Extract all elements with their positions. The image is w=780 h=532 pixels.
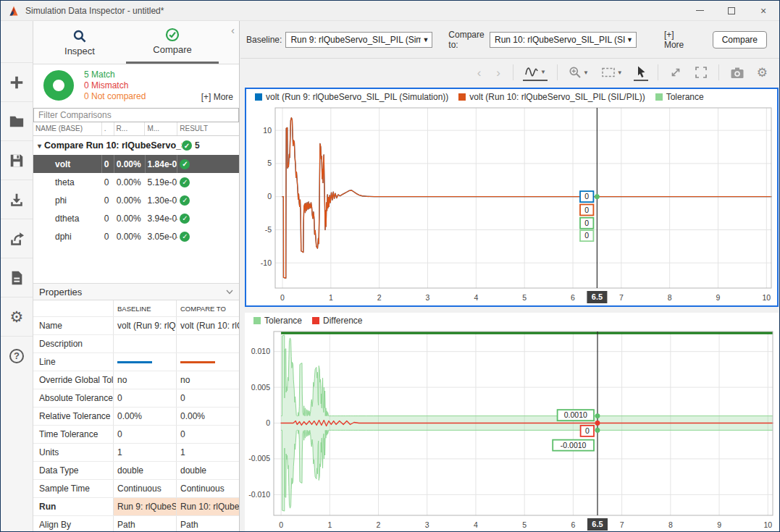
legend-item[interactable]: volt (Run 9: rlQubeServo_SIL_PIL (Simula… [255, 92, 448, 102]
signal-row-dphi[interactable]: dphi 0 0.00% 3.05e-04 ✓ [33, 227, 239, 245]
svg-text:7: 7 [620, 520, 624, 529]
import-button[interactable] [1, 180, 33, 219]
pointer-tool-button[interactable] [634, 64, 648, 81]
col-abs-header[interactable]: . [102, 122, 114, 135]
window-title: Simulation Data Inspector - untitled* [25, 6, 684, 16]
group-name: Compare Run 10: rlQubeServo_SIL_PIL [44, 140, 182, 151]
plot-settings-button[interactable]: ⚙ [755, 65, 769, 80]
result-pass-icon: ✓ [180, 195, 190, 206]
svg-text:0: 0 [266, 418, 270, 427]
export-button[interactable] [1, 219, 33, 258]
expand-layout-button[interactable] [668, 64, 684, 80]
legend-item[interactable]: Tolerance [655, 92, 704, 102]
expander-icon[interactable]: ▾ [38, 142, 41, 150]
compare-check-icon [165, 28, 180, 42]
settings-gear-icon: ⚙ [757, 67, 768, 79]
col-max-header[interactable]: M... [145, 122, 177, 135]
maximize-button[interactable] [716, 1, 747, 20]
filter-comparisons-input[interactable] [33, 108, 239, 122]
fit-to-view-button[interactable]: ▼ [600, 65, 624, 80]
compare-to-select[interactable]: Run 10: rlQubeServo_SIL_PIL (SIL/PIL) ▼ [490, 32, 637, 48]
chevron-down-icon: ▼ [540, 69, 546, 75]
svg-text:6: 6 [571, 520, 575, 529]
chevron-down-icon: ▼ [583, 69, 589, 76]
summary-more-link[interactable]: [+] More [201, 92, 233, 102]
baseline-select[interactable]: Run 9: rlQubeServo_SIL_PIL (Simulation) … [285, 32, 432, 48]
help-button[interactable]: ? [1, 336, 33, 375]
signal-row-theta[interactable]: theta 0 0.00% 5.19e-05 ✓ [33, 173, 239, 191]
titlebar: Simulation Data Inspector - untitled* × [1, 1, 779, 21]
open-session-button[interactable] [1, 101, 33, 140]
group-result-count: 5 [195, 140, 200, 151]
create-report-button[interactable] [1, 258, 33, 297]
add-icon [9, 75, 25, 90]
forward-icon[interactable]: › [493, 67, 503, 79]
mode-tabs: Inspect Compare ‹ [33, 21, 239, 64]
chart2-legend: Tolerance Difference [245, 313, 779, 329]
compare-summary: 5 Match 0 Mismatch 0 Not compared [+] Mo… [33, 64, 239, 106]
property-row-override-tolerance: Override Global Tolerance no no [33, 371, 239, 389]
snapshot-button[interactable] [729, 65, 746, 80]
back-icon[interactable]: ‹ [474, 67, 485, 79]
properties-header[interactable]: Properties [33, 283, 239, 300]
add-signals-button[interactable] [1, 62, 33, 101]
more-options-link[interactable]: [+] More [664, 30, 689, 50]
group-result-badge: ✓ [182, 140, 192, 151]
save-session-button[interactable] [1, 140, 33, 180]
tab-inspect[interactable]: Inspect [33, 21, 126, 64]
compare-button[interactable]: Compare [713, 31, 767, 48]
expand-icon [669, 66, 682, 79]
legend-item[interactable]: Tolerance [253, 316, 302, 326]
legend-item[interactable]: volt (Run 10: rlQubeServo_SIL_PIL (SIL/P… [458, 92, 645, 102]
col-name-header[interactable]: NAME (BASE) [33, 122, 102, 135]
comparison-table: NAME (BASE) . R... M... RESULT ▾ Compare… [33, 122, 239, 245]
difference-chart[interactable]: 0123456789100.0100.0050-0.005-0.0100.001… [245, 329, 779, 532]
svg-text:0: 0 [267, 192, 272, 200]
baseline-label: Baseline: [246, 35, 282, 45]
legend-swatch [458, 93, 466, 101]
svg-text:2: 2 [377, 293, 382, 302]
minimize-button[interactable] [684, 1, 716, 20]
result-pass-icon: ✓ [180, 214, 190, 224]
create-report-icon [9, 270, 25, 286]
zoom-button[interactable]: ▼ [567, 64, 590, 80]
signal-row-dtheta[interactable]: dtheta 0 0.00% 3.94e-04 ✓ [33, 209, 239, 227]
collapse-panel-icon[interactable]: ‹ [231, 24, 235, 36]
svg-text:0: 0 [280, 293, 285, 302]
svg-text:4: 4 [474, 293, 478, 302]
fullscreen-button[interactable] [693, 64, 709, 80]
comparison-group-row[interactable]: ▾ Compare Run 10: rlQubeServo_SIL_PIL ✓ … [33, 136, 239, 155]
property-row-run: Run Run 9: rlQubeServo_SIL_PIL Run 10: r… [33, 497, 239, 515]
tab-compare[interactable]: Compare [126, 21, 219, 64]
help-icon: ? [9, 349, 24, 363]
chevron-down-icon: ▼ [617, 69, 623, 76]
col-rel-header[interactable]: R... [114, 122, 146, 135]
svg-text:1: 1 [327, 520, 332, 529]
tab-compare-label: Compare [153, 44, 191, 55]
table-header: NAME (BASE) . R... M... RESULT [33, 122, 239, 136]
col-result-header[interactable]: RESULT [177, 122, 239, 135]
svg-text:0.005: 0.005 [251, 383, 270, 392]
svg-text:0.010: 0.010 [251, 347, 270, 355]
property-row-time-tolerance: Time Tolerance 0 0 [33, 425, 239, 443]
signal-row-volt[interactable]: volt 0 0.00% 1.84e-04 ✓ [33, 155, 239, 173]
svg-text:0.0010: 0.0010 [564, 410, 587, 419]
svg-text:7: 7 [619, 293, 624, 302]
signal-row-phi[interactable]: phi 0 0.00% 1.30e-05 ✓ [33, 191, 239, 209]
legend-item[interactable]: Difference [312, 316, 362, 326]
svg-text:-0.005: -0.005 [248, 454, 270, 463]
close-button[interactable]: × [747, 1, 779, 20]
result-pass-icon: ✓ [180, 232, 190, 242]
fit-to-view-icon [601, 67, 616, 78]
baseline-compare-chart[interactable]: 0123456789101050-5-1000006.5 [246, 105, 777, 305]
signal-display-button[interactable]: ▼ [523, 64, 548, 81]
svg-text:0: 0 [584, 219, 589, 227]
difference-chart-card: Tolerance Difference 0123456789100.0100.… [245, 313, 779, 532]
svg-text:0: 0 [279, 520, 283, 529]
property-row-sample-time: Sample Time Continuous Continuous [33, 479, 239, 497]
property-row-units: Units 1 1 [33, 443, 239, 461]
baseline-compare-chart-card: volt (Run 9: rlQubeServo_SIL_PIL (Simula… [245, 88, 779, 307]
preferences-button[interactable]: ⚙ [1, 297, 33, 336]
import-icon [9, 192, 25, 208]
close-icon: × [760, 5, 766, 17]
